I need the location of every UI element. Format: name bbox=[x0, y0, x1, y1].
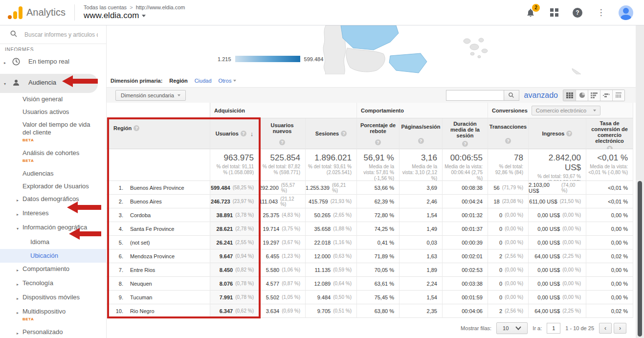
chevron-down-icon[interactable]: ▾ bbox=[4, 80, 9, 88]
rows-per-page-dropdown[interactable]: 10 bbox=[496, 322, 528, 334]
region-cell[interactable]: 2.Buenos Aires bbox=[107, 195, 210, 208]
region-name[interactable]: Rio Negro bbox=[130, 308, 155, 314]
chevron-right-icon[interactable]: ▸ bbox=[17, 197, 22, 204]
region-cell[interactable]: 7.Entre Rios bbox=[107, 263, 210, 277]
help-tooltip-icon[interactable]: ? bbox=[341, 131, 347, 136]
region-name[interactable]: Buenos Aires bbox=[130, 199, 162, 204]
region-cell[interactable]: 8.Neuquen bbox=[107, 277, 210, 291]
dimension-region-tab[interactable]: Región bbox=[169, 78, 187, 84]
apps-grid-icon[interactable] bbox=[548, 7, 560, 19]
col-header-sessions[interactable]: Sesiones? bbox=[306, 118, 357, 149]
advanced-search-link[interactable]: avanzado bbox=[524, 91, 558, 100]
region-name[interactable]: Cordoba bbox=[130, 212, 151, 218]
pivot-view-icon[interactable] bbox=[612, 90, 624, 101]
sidebar-item-comportamiento[interactable]: ▸Comportamiento bbox=[0, 263, 106, 277]
help-tooltip-icon[interactable]: ? bbox=[418, 138, 424, 144]
table-column-header-row: Región? Usuarios?↓ Usuarios nuevos? Sesi… bbox=[107, 118, 633, 149]
comparison-view-icon[interactable] bbox=[600, 90, 612, 101]
dimension-other-tab[interactable]: Otros bbox=[219, 78, 237, 84]
col-header-transactions[interactable]: Transacciones? bbox=[488, 118, 529, 149]
table-view-icon[interactable] bbox=[563, 90, 576, 101]
col-header-pages-session[interactable]: Páginas/sesión? bbox=[400, 118, 443, 149]
notifications-bell-icon[interactable]: 2 bbox=[525, 7, 536, 19]
breadcrumb[interactable]: Todas las cuentas > http://www.eldia.com bbox=[84, 4, 185, 10]
sidebar-item-idioma[interactable]: Idioma bbox=[0, 235, 106, 249]
region-cell[interactable]: 6.Mendoza Province bbox=[107, 249, 210, 263]
more-menu-icon[interactable]: ⋮ bbox=[595, 7, 607, 19]
sidebar-item-tecnologia[interactable]: ▸Tecnología bbox=[0, 277, 106, 291]
col-header-revenue[interactable]: Ingresos? bbox=[529, 118, 586, 149]
search-input[interactable] bbox=[24, 31, 98, 38]
help-tooltip-icon[interactable]: ? bbox=[505, 138, 511, 144]
sidebar-item-audiencia[interactable]: ▾Audiencia bbox=[0, 74, 98, 93]
sidebar-item-valor-del-tiempo-de-vida-del-cliente[interactable]: Valor del tiempo de vida del clienteBETA bbox=[0, 118, 106, 147]
chevron-right-icon[interactable]: ▸ bbox=[17, 211, 22, 219]
chevron-right-icon[interactable]: ▸ bbox=[4, 59, 9, 67]
sidebar-item-audiencias[interactable]: Audiencias bbox=[0, 167, 106, 180]
account-selector[interactable]: www.eldia.com bbox=[84, 11, 185, 21]
dimension-city-tab[interactable]: Ciudad bbox=[195, 78, 212, 84]
region-cell[interactable]: 3.Cordoba bbox=[107, 208, 210, 222]
sidebar-item-usuarios-activos[interactable]: Usuarios activos bbox=[0, 106, 106, 118]
sidebar-item-analisis-de-cohortes[interactable]: Análisis de cohortesBETA bbox=[0, 147, 106, 167]
chevron-right-icon[interactable]: ▸ bbox=[17, 330, 22, 338]
user-avatar[interactable] bbox=[619, 5, 633, 20]
conversions-type-dropdown[interactable]: Comercio electrónico bbox=[532, 106, 600, 115]
help-tooltip-icon[interactable]: ? bbox=[375, 139, 381, 145]
prev-page-button[interactable]: ‹ bbox=[599, 323, 612, 334]
region-cell[interactable]: 5.(not set) bbox=[107, 236, 210, 249]
region-cell[interactable]: 9.Tucuman bbox=[107, 291, 210, 304]
chevron-right-icon[interactable]: ▸ bbox=[17, 295, 22, 303]
table-search-input[interactable] bbox=[446, 90, 504, 101]
sidebar-item-dispositivos-moviles[interactable]: ▸Dispositivos móviles bbox=[0, 291, 106, 305]
region-name[interactable]: Entre Rios bbox=[130, 267, 155, 273]
performance-view-icon[interactable] bbox=[588, 90, 600, 101]
col-header-ecommerce-rate[interactable]: Tasa de conversión de comercio electróni… bbox=[586, 118, 633, 149]
help-icon[interactable]: ? bbox=[572, 7, 583, 19]
help-tooltip-icon[interactable]: ? bbox=[566, 131, 572, 136]
region-name[interactable]: Mendoza Province bbox=[130, 253, 175, 259]
map-region-highlight-north[interactable] bbox=[341, 25, 399, 50]
sidebar-item-personalizado[interactable]: ▸Personalizado bbox=[0, 326, 106, 338]
col-header-bounce-rate[interactable]: Porcentaje de rebote? bbox=[357, 118, 400, 149]
chevron-right-icon[interactable]: ▸ bbox=[17, 309, 22, 317]
sidebar-item-vision-general[interactable]: Visión general bbox=[0, 93, 106, 106]
sidebar-item-intereses[interactable]: ▸Intereses bbox=[0, 207, 106, 221]
help-tooltip-icon[interactable]: ? bbox=[462, 141, 468, 147]
col-header-new-users[interactable]: Usuarios nuevos? bbox=[259, 118, 306, 149]
vertical-scrollbar[interactable] bbox=[636, 25, 644, 338]
sidebar-item-en-tiempo-real[interactable]: ▸En tiempo real bbox=[0, 53, 106, 72]
percentage-view-icon[interactable] bbox=[576, 90, 588, 101]
goto-page-input[interactable] bbox=[547, 323, 560, 334]
sidebar-item-explorador-de-usuarios[interactable]: Explorador de Usuarios bbox=[0, 180, 106, 193]
sidebar-item-datos-demograficos[interactable]: ▸Datos demográficos bbox=[0, 193, 106, 207]
region-cell[interactable]: 10.Rio Negro bbox=[107, 304, 210, 318]
table-search-button[interactable] bbox=[504, 90, 519, 101]
region-name[interactable]: Tucuman bbox=[130, 294, 152, 300]
col-header-avg-duration[interactable]: Duración media de la sesión? bbox=[443, 118, 488, 149]
table-body: 1.Buenos Aires Province599.484(58,25 %)2… bbox=[107, 181, 633, 318]
col-header-region[interactable]: Región? bbox=[107, 118, 210, 149]
region-name[interactable]: Neuquen bbox=[130, 281, 152, 287]
map-region-highlight-south[interactable] bbox=[389, 53, 427, 73]
region-name[interactable]: Santa Fe Province bbox=[130, 226, 175, 232]
chevron-down-icon[interactable]: ▾ bbox=[17, 225, 22, 233]
map-canvas[interactable] bbox=[107, 25, 636, 74]
chevron-right-icon[interactable]: ▸ bbox=[17, 281, 22, 289]
help-tooltip-icon[interactable]: ? bbox=[133, 125, 139, 131]
chevron-right-icon[interactable]: ▸ bbox=[17, 267, 22, 274]
col-header-users[interactable]: Usuarios?↓ bbox=[210, 118, 259, 149]
help-tooltip-icon[interactable]: ? bbox=[241, 131, 246, 136]
scrollbar-thumb[interactable] bbox=[638, 181, 642, 337]
sidebar-item-multidispositivo[interactable]: ▸MultidispositivoBETA bbox=[0, 305, 106, 326]
region-cell[interactable]: 1.Buenos Aires Province bbox=[107, 181, 210, 195]
region-cell[interactable]: 4.Santa Fe Province bbox=[107, 222, 210, 236]
region-name[interactable]: Buenos Aires Province bbox=[130, 185, 184, 191]
next-page-button[interactable]: › bbox=[614, 323, 626, 334]
sidebar-item-informacion-geografica[interactable]: ▾Información geográfica bbox=[0, 221, 106, 235]
secondary-dimension-button[interactable]: Dimensión secundaria bbox=[115, 90, 186, 101]
region-name[interactable]: (not set) bbox=[130, 240, 150, 246]
help-tooltip-icon[interactable]: ? bbox=[279, 139, 285, 145]
sidebar-item-ubicacion[interactable]: Ubicación bbox=[0, 249, 106, 263]
sidebar-search[interactable] bbox=[0, 25, 106, 44]
